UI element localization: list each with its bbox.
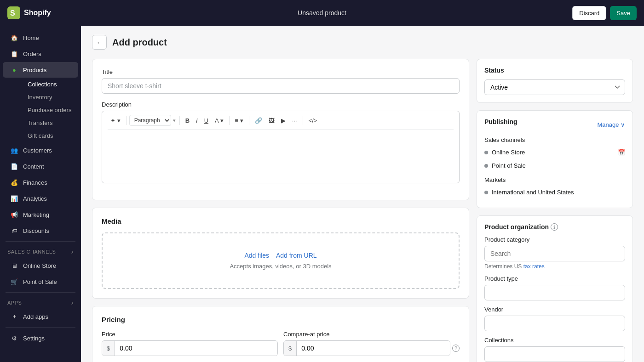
category-input[interactable]: [484, 246, 625, 261]
tax-rates-link[interactable]: tax rates: [523, 263, 545, 270]
publishing-header: Publishing Manage ∨: [484, 118, 625, 131]
org-title: Product organization: [484, 223, 549, 231]
sidebar-item-customers[interactable]: 👥 Customers: [3, 142, 78, 158]
image-btn[interactable]: 🖼: [266, 115, 277, 126]
category-label: Product category: [484, 236, 625, 243]
sidebar-item-home[interactable]: 🏠 Home: [3, 30, 78, 45]
format-magic-btn[interactable]: ✦ ▾: [108, 115, 123, 126]
sidebar-label-settings: Settings: [23, 335, 45, 342]
apps-expand-icon[interactable]: ›: [71, 299, 74, 306]
paragraph-select[interactable]: Paragraph: [129, 115, 171, 126]
settings-icon: ⚙: [10, 334, 18, 342]
sales-channels-expand-icon[interactable]: ›: [71, 248, 74, 255]
orders-icon: 📋: [10, 50, 18, 58]
page-header: ← Add product: [92, 35, 633, 50]
org-info-icon[interactable]: ℹ: [551, 223, 558, 231]
sidebar-label-home: Home: [23, 34, 39, 41]
sidebar-item-analytics[interactable]: 📊 Analytics: [3, 191, 78, 206]
add-files-link[interactable]: Add files: [244, 252, 269, 259]
org-card: Product organization ℹ Product category …: [477, 215, 633, 362]
sidebar-item-gift-cards[interactable]: Gift cards: [23, 130, 78, 142]
price-currency-symbol: $: [102, 341, 115, 356]
compare-info-icon[interactable]: ?: [452, 345, 460, 352]
publishing-manage-btn[interactable]: Manage ∨: [597, 121, 625, 128]
sidebar-label-content: Content: [23, 163, 44, 170]
back-button[interactable]: ←: [92, 35, 107, 50]
price-label: Price: [102, 331, 278, 338]
title-input[interactable]: [102, 78, 460, 94]
link-btn[interactable]: 🔗: [252, 115, 265, 126]
add-icon: ＋: [10, 312, 18, 321]
video-btn[interactable]: ▶: [278, 115, 288, 126]
sidebar-item-orders[interactable]: 📋 Orders: [3, 46, 78, 62]
toolbar-div-2: [179, 116, 180, 125]
customers-icon: 👥: [10, 146, 18, 154]
status-select[interactable]: Active Draft: [484, 79, 625, 95]
channel-name-pos: Point of Sale: [492, 162, 625, 169]
topbar-actions: Discard Save: [427, 6, 637, 20]
publishing-card: Publishing Manage ∨ Sales channels Onlin…: [477, 110, 633, 208]
main-content: ← Add product Title Description: [81, 26, 644, 362]
channel-pos: Point of Sale: [484, 160, 625, 171]
underline-btn[interactable]: U: [201, 115, 211, 126]
media-links: Add files Add from URL: [112, 252, 449, 259]
media-hint: Accepts images, videos, or 3D models: [112, 263, 449, 270]
font-color-btn[interactable]: A ▾: [212, 115, 226, 126]
channel-calendar-icon[interactable]: 📅: [618, 149, 625, 156]
sidebar-label-pos: Point of Sale: [23, 278, 57, 285]
content-grid: Title Description ✦ ▾ Paragraph: [92, 59, 633, 362]
sidebar-item-products[interactable]: ● Products: [3, 62, 78, 78]
title-description-card: Title Description ✦ ▾ Paragraph: [92, 59, 469, 200]
compare-price-group: Compare-at price $ ?: [283, 331, 460, 356]
sidebar-item-online-store[interactable]: 🖥 Online Store: [3, 258, 78, 273]
sidebar-label-gift-cards: Gift cards: [28, 132, 53, 139]
description-editor-container: ✦ ▾ Paragraph ▾ B I U A ▾: [102, 111, 460, 183]
description-textarea[interactable]: [108, 132, 454, 178]
sidebar-item-point-of-sale[interactable]: 🛒 Point of Sale: [3, 274, 78, 289]
sidebar-item-discounts[interactable]: 🏷 Discounts: [3, 223, 78, 238]
sidebar-item-add-apps[interactable]: ＋ Add apps: [3, 309, 78, 324]
pricing-title: Pricing: [102, 316, 460, 323]
vendor-input[interactable]: [484, 316, 625, 331]
add-url-link[interactable]: Add from URL: [276, 252, 317, 259]
sidebar-item-purchase-orders[interactable]: Purchase orders: [23, 104, 78, 116]
right-column: Status Active Draft Publishing Manage ∨: [477, 59, 633, 362]
code-btn[interactable]: </>: [306, 115, 320, 126]
description-label: Description: [102, 101, 460, 108]
media-card: Media Add files Add from URL Accepts ima…: [92, 208, 469, 299]
bold-btn[interactable]: B: [183, 115, 192, 126]
align-btn[interactable]: ≡ ▾: [232, 115, 246, 126]
sidebar-item-finances[interactable]: 💰 Finances: [3, 175, 78, 190]
product-type-input[interactable]: [484, 285, 625, 300]
sidebar-label-marketing: Marketing: [23, 211, 49, 218]
back-arrow-icon: ←: [96, 39, 102, 46]
sidebar-item-marketing[interactable]: 📢 Marketing: [3, 207, 78, 222]
sidebar-label-products: Products: [23, 67, 46, 74]
sidebar-item-inventory[interactable]: Inventory: [23, 91, 78, 103]
discounts-icon: 🏷: [10, 226, 18, 235]
italic-btn[interactable]: I: [193, 115, 201, 126]
svg-text:S: S: [10, 9, 15, 17]
finances-icon: 💰: [10, 178, 18, 187]
channel-name-online-store: Online Store: [492, 149, 614, 156]
shopify-logo-icon: S: [7, 6, 20, 19]
online-store-icon: 🖥: [10, 261, 18, 270]
market-dot: [484, 191, 488, 194]
compare-prefix: $: [283, 340, 450, 356]
page-title: Add product: [112, 37, 167, 48]
collections-label: Collections: [484, 337, 625, 344]
save-button[interactable]: Save: [610, 6, 637, 20]
sidebar-item-collections[interactable]: Collections: [23, 78, 78, 90]
compare-price-input[interactable]: [297, 341, 450, 356]
more-btn[interactable]: ···: [289, 115, 300, 126]
sidebar-item-settings[interactable]: ⚙ Settings: [3, 330, 78, 346]
sidebar-item-content[interactable]: 📄 Content: [3, 158, 78, 174]
price-input-wrapper: $: [102, 340, 278, 356]
compare-currency-symbol: $: [284, 341, 297, 356]
channel-dot-online-store: [484, 151, 488, 154]
price-input[interactable]: [115, 341, 277, 356]
sidebar-item-transfers[interactable]: Transfers: [23, 117, 78, 129]
collections-input[interactable]: [484, 346, 625, 362]
toolbar-div-1: [126, 116, 126, 125]
discard-button[interactable]: Discard: [572, 6, 606, 20]
